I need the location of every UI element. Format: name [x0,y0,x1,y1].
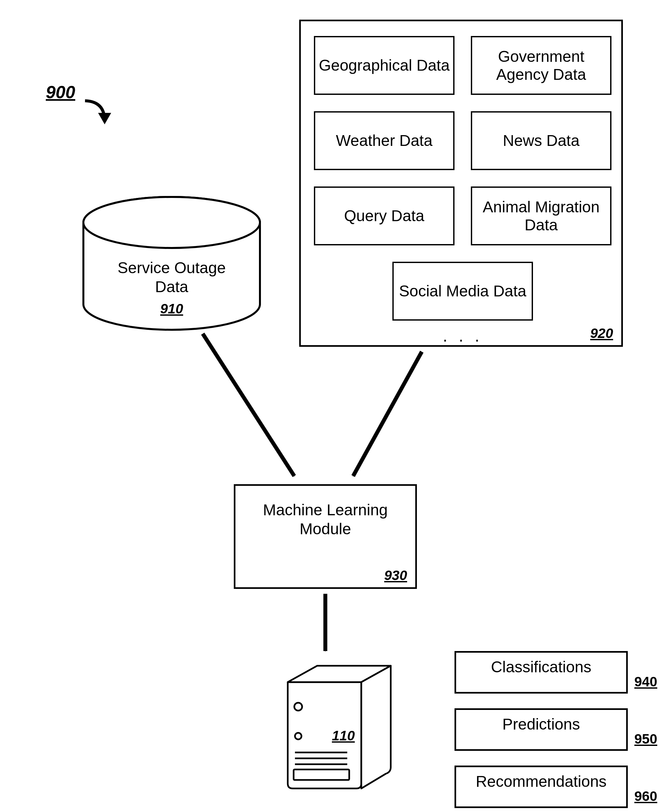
source-query-data: Query Data [314,187,454,245]
server-ref: 110 [332,728,355,744]
svg-point-2 [83,197,260,248]
ml-module-label: Machine Learning Module [234,500,417,538]
source-weather-data: Weather Data [314,111,454,170]
output-classifications-ref: 940 [634,674,657,690]
output-recommendations-label: Recommendations [454,772,628,791]
source-animal-migration-data: Animal Migration Data [471,187,612,245]
svg-line-3 [203,334,294,476]
figure-number: 900 [46,82,75,102]
svg-point-1 [83,197,260,248]
source-news-data: News Data [471,111,612,170]
svg-point-6 [294,703,302,711]
output-classifications-label: Classifications [454,658,628,677]
svg-marker-0 [98,113,111,124]
source-geographical-data: Geographical Data [314,36,454,95]
ml-module-ref: 930 [384,568,407,583]
output-predictions-label: Predictions [454,715,628,734]
svg-point-7 [295,733,301,740]
database-ref: 910 [160,301,183,317]
sources-ref: 920 [590,325,613,341]
sources-ellipsis: . . . [435,325,491,346]
source-government-agency-data: Government Agency Data [471,36,612,95]
output-predictions-ref: 950 [634,731,657,747]
source-social-media-data: Social Media Data [392,262,533,321]
output-recommendations-ref: 960 [634,788,657,804]
diagram-stage: 900 Service Outage Data 910 Geographical… [0,0,669,812]
svg-line-4 [353,352,422,476]
database-label: Service Outage Data [83,258,260,296]
svg-rect-11 [294,770,349,780]
